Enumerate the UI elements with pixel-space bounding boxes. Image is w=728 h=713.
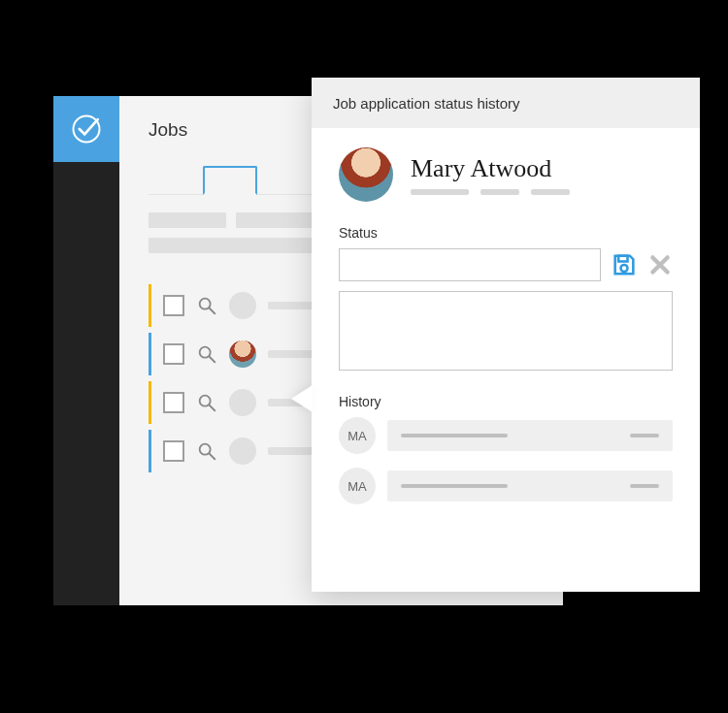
- history-entry: MA: [339, 417, 673, 454]
- app-logo[interactable]: [53, 96, 119, 162]
- row-checkbox[interactable]: [163, 295, 184, 316]
- avatar: [229, 389, 256, 416]
- applicant-header: Mary Atwood: [339, 147, 673, 202]
- svg-line-4: [210, 357, 215, 363]
- svg-rect-9: [618, 256, 627, 262]
- status-input[interactable]: [339, 248, 601, 281]
- history-bubble: [387, 470, 673, 502]
- check-circle-icon: [69, 112, 104, 146]
- svg-line-6: [210, 405, 215, 411]
- avatar-mary: [229, 340, 256, 368]
- search-icon[interactable]: [196, 343, 217, 365]
- cancel-button[interactable]: [647, 252, 673, 277]
- popover-pointer: [291, 385, 313, 412]
- avatar: [229, 438, 256, 465]
- history-initials: MA: [339, 417, 376, 454]
- svg-point-0: [74, 116, 100, 143]
- svg-point-3: [200, 347, 211, 358]
- applicant-avatar: [339, 147, 393, 202]
- svg-point-10: [621, 265, 628, 272]
- panel-header: Job application status history: [312, 78, 700, 128]
- search-icon[interactable]: [196, 440, 217, 462]
- history-label: History: [339, 394, 673, 409]
- tab-3[interactable]: [257, 166, 312, 195]
- svg-line-8: [210, 454, 215, 460]
- search-icon[interactable]: [196, 392, 217, 413]
- nav-sidebar: [53, 96, 119, 605]
- save-button[interactable]: [611, 251, 638, 278]
- tab-1[interactable]: [149, 166, 203, 195]
- close-icon: [647, 252, 673, 277]
- svg-point-1: [200, 299, 211, 309]
- status-label: Status: [339, 225, 673, 241]
- svg-point-7: [200, 444, 211, 455]
- tab-2-active[interactable]: [203, 166, 257, 195]
- row-checkbox[interactable]: [163, 440, 184, 462]
- row-checkbox[interactable]: [163, 343, 184, 365]
- avatar: [229, 292, 256, 319]
- history-entry: MA: [339, 468, 673, 504]
- history-bubble: [387, 420, 673, 451]
- svg-line-2: [210, 308, 215, 314]
- row-checkbox[interactable]: [163, 392, 184, 413]
- search-icon[interactable]: [196, 295, 217, 316]
- notes-textarea[interactable]: [339, 291, 673, 371]
- save-icon: [611, 251, 638, 278]
- applicant-name: Mary Atwood: [411, 154, 570, 183]
- status-history-panel: Job application status history Mary Atwo…: [312, 78, 700, 592]
- applicant-meta: [411, 189, 570, 195]
- svg-point-5: [200, 396, 211, 406]
- history-initials: MA: [339, 468, 376, 504]
